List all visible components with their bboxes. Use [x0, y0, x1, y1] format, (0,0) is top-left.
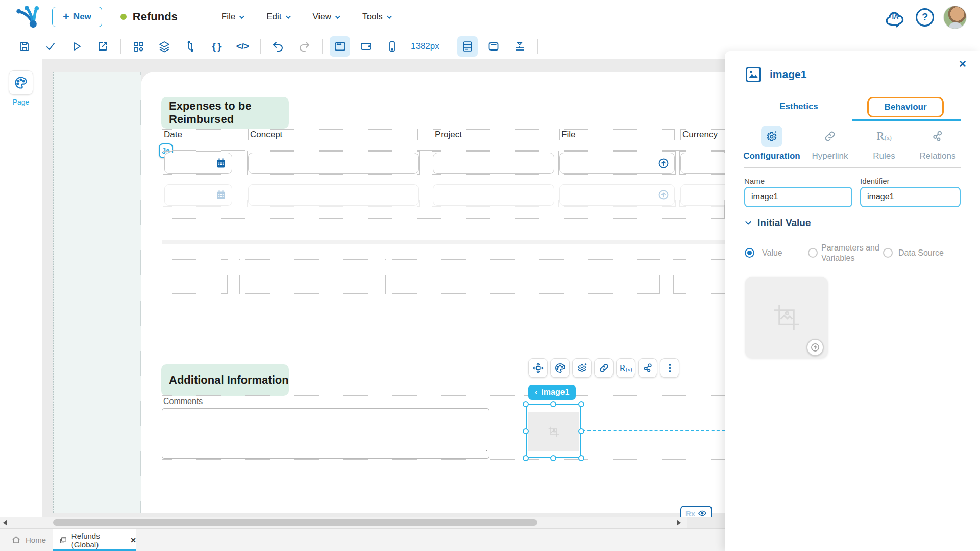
resize-handle-ne[interactable]	[578, 401, 584, 407]
page-style-button[interactable]	[9, 70, 33, 95]
undo-button[interactable]	[268, 36, 288, 57]
menu-tools[interactable]: Tools	[362, 12, 390, 22]
refunds-global-tab[interactable]: Refunds (Global) ✕	[53, 529, 136, 551]
relations-button[interactable]	[638, 358, 657, 378]
redo-button[interactable]	[294, 36, 314, 57]
app-logo-icon[interactable]	[14, 4, 41, 30]
calendar-icon[interactable]	[215, 157, 227, 169]
empty-layout-cell[interactable]	[239, 259, 372, 294]
subtab-rules[interactable]: R(x) Rules	[853, 126, 915, 161]
menu-view[interactable]: View	[313, 12, 339, 22]
column-header-date[interactable]: Date	[162, 129, 240, 140]
validate-button[interactable]	[40, 36, 61, 57]
resize-handle-s[interactable]	[550, 455, 556, 461]
subtab-relations[interactable]: Relations	[907, 126, 968, 161]
radio-value-label[interactable]: Value	[762, 248, 782, 258]
export-button[interactable]	[92, 36, 113, 57]
braces-button[interactable]: { }	[206, 36, 227, 57]
preview-run-button[interactable]	[66, 36, 87, 57]
upload-image-button[interactable]	[806, 339, 824, 356]
hyperlink-button[interactable]	[594, 358, 614, 378]
connections-button[interactable]	[180, 36, 201, 57]
resize-handle-se[interactable]	[578, 455, 584, 461]
rules-button[interactable]: R(x)	[616, 358, 635, 378]
panel-close-icon[interactable]: ✕	[959, 58, 967, 70]
empty-layout-cell[interactable]	[162, 259, 228, 294]
section-heading-additional[interactable]: Additional Information	[161, 364, 289, 396]
home-tab[interactable]: Home	[11, 529, 46, 551]
user-avatar[interactable]	[943, 6, 967, 29]
scrollbar-thumb[interactable]	[53, 519, 537, 526]
resize-handle-n[interactable]	[550, 401, 556, 407]
home-icon	[11, 535, 21, 545]
resize-handle-w[interactable]	[523, 428, 529, 434]
viewport-width-value[interactable]: 1382px	[411, 41, 439, 52]
help-icon[interactable]: ?	[916, 8, 934, 27]
new-button[interactable]: + New	[52, 7, 102, 27]
radio-value[interactable]	[745, 248, 754, 258]
column-header-concept[interactable]: Concept	[248, 129, 418, 140]
tab-esthetics[interactable]: Esthetics	[755, 102, 842, 112]
save-button[interactable]	[14, 36, 35, 57]
window-frame-button[interactable]	[483, 36, 504, 57]
upload-icon[interactable]	[657, 157, 670, 169]
menu-edit[interactable]: Edit	[266, 12, 289, 22]
radio-parameters-label-2[interactable]: Variables	[821, 253, 855, 263]
scroll-right-arrow[interactable]	[677, 520, 681, 526]
radio-datasource[interactable]	[883, 248, 893, 258]
braces-icon: { }	[212, 41, 220, 52]
design-canvas[interactable]: Expenses to be Reimbursed Date Concept P…	[42, 59, 725, 517]
date-field[interactable]	[164, 153, 232, 174]
phone-view-button[interactable]	[382, 36, 402, 57]
radio-datasource-label[interactable]: Data Source	[898, 248, 944, 258]
date-field-template-row	[164, 184, 232, 206]
identifier-input[interactable]	[860, 187, 961, 207]
concept-field[interactable]	[248, 153, 419, 174]
configuration-button[interactable]	[572, 358, 592, 378]
rules-visibility-badge[interactable]: Rx	[680, 506, 712, 517]
link-icon	[823, 130, 837, 143]
file-field[interactable]	[559, 153, 675, 174]
subtab-hyperlink[interactable]: Hyperlink	[799, 126, 861, 161]
behaviour-highlight-ring: Behaviour	[867, 97, 944, 117]
image-element-placeholder[interactable]	[528, 412, 579, 451]
scroll-left-arrow[interactable]	[3, 520, 7, 526]
tab-close-icon[interactable]: ✕	[130, 536, 136, 544]
empty-layout-cell[interactable]	[529, 259, 660, 294]
currency-field[interactable]	[680, 153, 725, 174]
layers-button[interactable]	[154, 36, 175, 57]
column-header-currency[interactable]: Currency	[680, 129, 725, 140]
column-header-file[interactable]: File	[559, 129, 675, 140]
initial-value-toggle[interactable]: Initial Value	[744, 217, 811, 229]
resize-handle-sw[interactable]	[523, 455, 529, 461]
panel-layout-button[interactable]	[457, 36, 478, 57]
rx-badge-text: Rx	[685, 509, 695, 518]
project-field[interactable]	[433, 153, 554, 174]
code-view-button[interactable]: </>	[232, 36, 253, 57]
section-heading-expenses[interactable]: Expenses to be Reimbursed	[161, 97, 289, 129]
desktop-view-button[interactable]	[330, 36, 350, 57]
more-options-button[interactable]	[660, 358, 679, 378]
ai-assistant-icon[interactable]: IA	[884, 7, 906, 28]
horizontal-scrollbar[interactable]	[0, 517, 687, 528]
resize-handle-e[interactable]	[578, 428, 584, 434]
radio-parameters-label-1[interactable]: Parameters and	[821, 243, 879, 253]
relations-icon	[931, 130, 944, 143]
move-button[interactable]	[528, 358, 548, 378]
components-button[interactable]	[128, 36, 149, 57]
column-header-project[interactable]: Project	[433, 129, 554, 140]
esthetics-button[interactable]	[550, 358, 570, 378]
empty-layout-cell[interactable]	[673, 259, 725, 294]
name-input[interactable]	[744, 187, 852, 207]
align-distribute-button[interactable]	[509, 36, 530, 57]
subtab-configuration[interactable]: Configuration	[741, 126, 802, 161]
radio-parameters[interactable]	[808, 248, 818, 258]
tab-behaviour[interactable]: Behaviour	[884, 102, 926, 112]
empty-layout-cell[interactable]	[385, 259, 516, 294]
tablet-view-button[interactable]	[356, 36, 376, 57]
menu-file[interactable]: File	[222, 12, 243, 22]
resize-handle-nw[interactable]	[523, 401, 529, 407]
selected-element-badge[interactable]: ‹ image1	[528, 385, 576, 400]
properties-panel: ✕ image1 Esthetics Behaviour Configurati…	[725, 51, 980, 551]
comments-textarea[interactable]	[162, 408, 489, 459]
